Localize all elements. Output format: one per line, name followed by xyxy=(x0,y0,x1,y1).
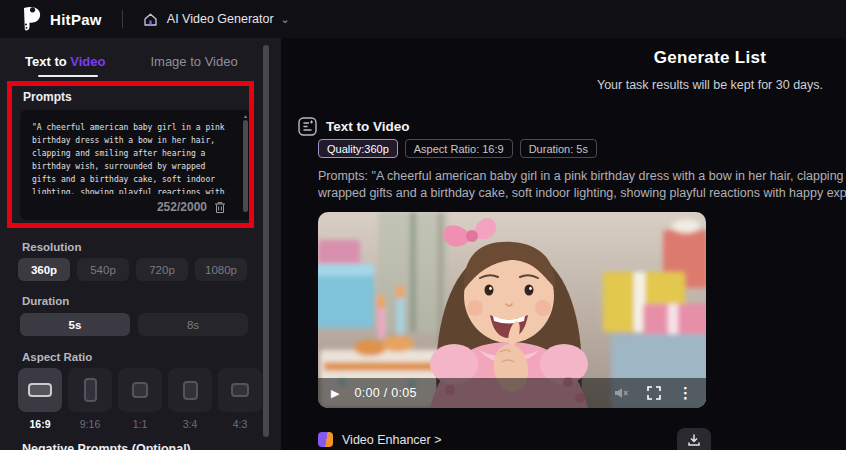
settings-sidebar: Text to Video Image to Video Prompts "A … xyxy=(0,38,281,450)
fullscreen-icon[interactable] xyxy=(646,385,662,401)
aspect-3-4[interactable]: 3:4 xyxy=(168,368,212,430)
video-enhancer-icon xyxy=(318,432,333,447)
app-title[interactable]: AI Video Generator xyxy=(167,12,274,26)
tab-accent-part: Video xyxy=(70,54,105,69)
video-enhancer-label: Video Enhancer > xyxy=(342,433,442,447)
video-time: 0:00 / 0:05 xyxy=(354,386,416,400)
top-navigation-bar: HitPaw AI Video Generator ⌄ xyxy=(0,0,846,38)
resolution-720p[interactable]: 720p xyxy=(136,258,188,281)
duration-5s[interactable]: 5s xyxy=(20,313,130,336)
task-header: Text to Video xyxy=(298,117,410,136)
duration-options: 5s 8s xyxy=(20,313,248,336)
resolution-540p[interactable]: 540p xyxy=(77,258,129,281)
resolution-options: 360p 540p 720p 1080p xyxy=(18,258,247,281)
aspect-9-16-icon xyxy=(84,378,97,402)
resolution-label: Resolution xyxy=(22,241,81,253)
duration-8s[interactable]: 8s xyxy=(138,313,248,336)
mode-tabs: Text to Video Image to Video xyxy=(0,38,281,69)
aspect-3-4-icon xyxy=(183,381,198,400)
aspect-16-9-icon xyxy=(28,383,52,397)
tab-text-to-video[interactable]: Text to Video xyxy=(25,54,105,69)
task-prompt-text: Prompts: "A cheerful american baby girl … xyxy=(318,168,846,202)
video-enhancer-link[interactable]: Video Enhancer > xyxy=(318,432,442,447)
hitpaw-logo-icon xyxy=(20,6,42,32)
prompts-section-label: Prompts xyxy=(23,90,72,104)
aspect-9-16[interactable]: 9:16 xyxy=(68,368,112,430)
sidebar-scrollbar[interactable] xyxy=(263,45,269,437)
aspect-ratio-label: Aspect Ratio xyxy=(22,351,92,363)
video-menu-icon[interactable]: ⋮ xyxy=(678,384,693,402)
prompts-text[interactable]: "A cheerful american baby girl in a pink… xyxy=(32,121,230,194)
negative-prompts-label: Negative Prompts (Optional) xyxy=(22,442,191,450)
textarea-scrollbar[interactable] xyxy=(243,120,248,212)
play-button[interactable]: ▶ xyxy=(331,387,339,400)
page-subtitle: Your task results will be kept for 30 da… xyxy=(560,78,846,92)
prompts-textarea[interactable]: "A cheerful american baby girl in a pink… xyxy=(20,110,252,220)
aspect-ratio-badge: Aspect Ratio: 16:9 xyxy=(405,139,513,158)
task-prompt-line1: Prompts: "A cheerful american baby girl … xyxy=(318,168,846,185)
page-title: Generate List xyxy=(590,48,830,68)
trash-icon[interactable] xyxy=(214,201,226,214)
resolution-1080p[interactable]: 1080p xyxy=(195,258,247,281)
active-tab-underline xyxy=(38,75,98,77)
task-type-label: Text to Video xyxy=(326,119,410,134)
chevron-down-icon[interactable]: ⌄ xyxy=(281,14,290,24)
download-button[interactable] xyxy=(677,428,711,450)
video-controls-bar: ▶ 0:00 / 0:05 ⋮ xyxy=(318,378,706,408)
download-icon xyxy=(687,433,701,447)
brand-name: HitPaw xyxy=(50,11,102,28)
char-counter: 252/2000 xyxy=(157,200,207,214)
video-player[interactable]: ▶ 0:00 / 0:05 ⋮ xyxy=(318,212,706,408)
home-icon[interactable] xyxy=(143,12,158,27)
char-counter-row: 252/2000 xyxy=(157,200,226,214)
scrollbar-up-arrow[interactable]: ▲ xyxy=(243,113,248,119)
aspect-4-3[interactable]: 4:3 xyxy=(218,368,262,430)
aspect-4-3-icon xyxy=(231,383,249,397)
resolution-360p[interactable]: 360p xyxy=(18,258,70,281)
aspect-1-1-icon xyxy=(132,382,148,398)
task-badges: Quality:360p Aspect Ratio: 16:9 Duration… xyxy=(318,139,597,158)
tab-text-part: Text to xyxy=(25,54,70,69)
duration-badge: Duration: 5s xyxy=(520,139,597,158)
text-to-video-icon xyxy=(298,117,317,136)
tab-image-to-video[interactable]: Image to Video xyxy=(150,54,237,69)
topbar-divider xyxy=(122,10,123,28)
aspect-1-1[interactable]: 1:1 xyxy=(118,368,162,430)
duration-label: Duration xyxy=(22,295,69,307)
aspect-16-9[interactable]: 16:9 xyxy=(18,368,62,430)
quality-badge: Quality:360p xyxy=(318,139,398,158)
task-prompt-line2: wrapped gifts and a birthday cake, soft … xyxy=(318,185,846,202)
volume-muted-icon[interactable] xyxy=(613,385,629,401)
aspect-ratio-options: 16:9 9:16 1:1 3:4 4:3 xyxy=(18,368,262,430)
